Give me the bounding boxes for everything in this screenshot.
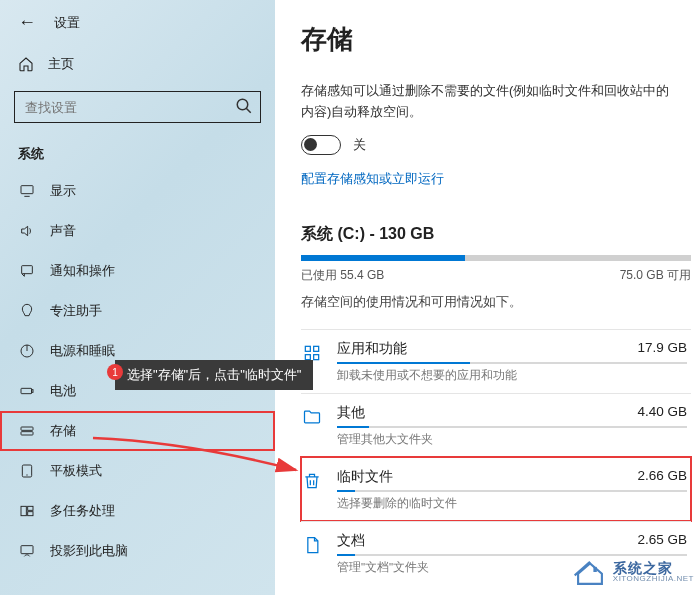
cat-name: 文档 bbox=[337, 532, 365, 550]
svg-rect-14 bbox=[28, 506, 33, 510]
cat-sub: 管理其他大文件夹 bbox=[337, 432, 687, 447]
storage-sense-toggle[interactable] bbox=[301, 135, 341, 155]
drive-subdesc: 存储空间的使用情况和可用情况如下。 bbox=[301, 294, 691, 311]
battery-icon bbox=[18, 382, 36, 400]
svg-rect-17 bbox=[305, 346, 310, 351]
back-button[interactable]: ← bbox=[18, 12, 36, 33]
nav-sound[interactable]: 声音 bbox=[0, 211, 275, 251]
svg-rect-2 bbox=[21, 186, 33, 194]
configure-storage-sense-link[interactable]: 配置存储感知或立即运行 bbox=[301, 170, 444, 188]
tablet-icon bbox=[18, 462, 36, 480]
watermark-title: 系统之家 bbox=[613, 561, 694, 575]
nav-focus-assist[interactable]: 专注助手 bbox=[0, 291, 275, 331]
home-nav[interactable]: 主页 bbox=[0, 47, 275, 91]
page-title: 存储 bbox=[301, 22, 700, 57]
cat-name: 其他 bbox=[337, 404, 365, 422]
svg-rect-9 bbox=[21, 427, 33, 430]
drive-title: 系统 (C:) - 130 GB bbox=[301, 224, 691, 245]
projecting-icon bbox=[18, 542, 36, 560]
annotation-step-number: 1 bbox=[107, 364, 123, 380]
nav-label: 电池 bbox=[50, 382, 76, 400]
cat-size: 4.40 GB bbox=[637, 404, 687, 422]
svg-rect-15 bbox=[28, 512, 33, 516]
nav-label: 存储 bbox=[50, 422, 76, 440]
cat-temp-files[interactable]: 临时文件2.66 GB 选择要删除的临时文件 bbox=[301, 457, 691, 521]
svg-rect-21 bbox=[593, 567, 596, 572]
svg-rect-8 bbox=[32, 390, 33, 393]
cat-name: 临时文件 bbox=[337, 468, 393, 486]
nav-label: 投影到此电脑 bbox=[50, 542, 128, 560]
cat-size: 2.66 GB bbox=[637, 468, 687, 486]
svg-point-0 bbox=[237, 99, 248, 110]
sidebar: ← 设置 主页 系统 显示 声音 bbox=[0, 0, 275, 595]
nav-label: 电源和睡眠 bbox=[50, 342, 115, 360]
drive-free-label: 75.0 GB 可用 bbox=[620, 267, 691, 284]
cat-size: 2.65 GB bbox=[637, 532, 687, 550]
nav-group-header: 系统 bbox=[0, 141, 275, 171]
svg-rect-13 bbox=[21, 506, 26, 515]
cat-name: 应用和功能 bbox=[337, 340, 407, 358]
storage-icon bbox=[18, 422, 36, 440]
nav-storage[interactable]: 存储 bbox=[0, 411, 275, 451]
search-input[interactable] bbox=[14, 91, 261, 123]
main-panel: 存储 存储感知可以通过删除不需要的文件(例如临时文件和回收站中的内容)自动释放空… bbox=[275, 0, 700, 595]
cat-sub: 选择要删除的临时文件 bbox=[337, 496, 687, 511]
nav-projecting[interactable]: 投影到此电脑 bbox=[0, 531, 275, 571]
storage-sense-desc: 存储感知可以通过删除不需要的文件(例如临时文件和回收站中的内容)自动释放空间。 bbox=[301, 81, 681, 123]
window-title: 设置 bbox=[54, 14, 80, 32]
nav-label: 通知和操作 bbox=[50, 262, 115, 280]
svg-rect-7 bbox=[21, 388, 32, 393]
svg-line-1 bbox=[246, 108, 251, 113]
nav-label: 多任务处理 bbox=[50, 502, 115, 520]
display-icon bbox=[18, 182, 36, 200]
drive-used-label: 已使用 55.4 GB bbox=[301, 267, 384, 284]
watermark-url: XITONGZHIJIA.NET bbox=[613, 575, 694, 583]
nav-display[interactable]: 显示 bbox=[0, 171, 275, 211]
drive-usage-bar bbox=[301, 255, 691, 261]
nav-notifications[interactable]: 通知和操作 bbox=[0, 251, 275, 291]
cat-other[interactable]: 其他4.40 GB 管理其他大文件夹 bbox=[301, 393, 691, 457]
folder-icon bbox=[301, 406, 323, 428]
cat-sub: 卸载未使用或不想要的应用和功能 bbox=[337, 368, 687, 383]
nav-multitasking[interactable]: 多任务处理 bbox=[0, 491, 275, 531]
cat-size: 17.9 GB bbox=[637, 340, 687, 358]
category-list: 应用和功能17.9 GB 卸载未使用或不想要的应用和功能 其他4.40 GB 管… bbox=[301, 329, 691, 585]
focus-icon bbox=[18, 302, 36, 320]
notifications-icon bbox=[18, 262, 36, 280]
power-icon bbox=[18, 342, 36, 360]
trash-icon bbox=[301, 470, 323, 492]
toggle-state-label: 关 bbox=[353, 136, 366, 154]
watermark-logo-icon bbox=[573, 555, 607, 589]
svg-rect-4 bbox=[22, 266, 33, 274]
show-more-categories-link[interactable]: 显示更多类别 bbox=[301, 585, 379, 595]
nav-label: 平板模式 bbox=[50, 462, 102, 480]
annotation-text: 选择"存储"后，点击"临时文件" bbox=[127, 366, 301, 384]
nav-label: 显示 bbox=[50, 182, 76, 200]
search-wrap bbox=[14, 91, 261, 123]
sound-icon bbox=[18, 222, 36, 240]
svg-rect-19 bbox=[305, 354, 310, 359]
svg-rect-10 bbox=[21, 432, 33, 435]
home-label: 主页 bbox=[48, 55, 74, 73]
nav-label: 专注助手 bbox=[50, 302, 102, 320]
svg-rect-20 bbox=[314, 354, 319, 359]
annotation-tooltip: 1 选择"存储"后，点击"临时文件" bbox=[115, 360, 313, 390]
nav-tablet-mode[interactable]: 平板模式 bbox=[0, 451, 275, 491]
watermark: 系统之家 XITONGZHIJIA.NET bbox=[573, 555, 694, 589]
search-icon bbox=[235, 97, 253, 115]
home-icon bbox=[18, 56, 34, 72]
multitasking-icon bbox=[18, 502, 36, 520]
svg-rect-18 bbox=[314, 346, 319, 351]
svg-rect-16 bbox=[21, 546, 33, 554]
cat-apps[interactable]: 应用和功能17.9 GB 卸载未使用或不想要的应用和功能 bbox=[301, 329, 691, 393]
document-icon bbox=[301, 534, 323, 556]
nav-label: 声音 bbox=[50, 222, 76, 240]
